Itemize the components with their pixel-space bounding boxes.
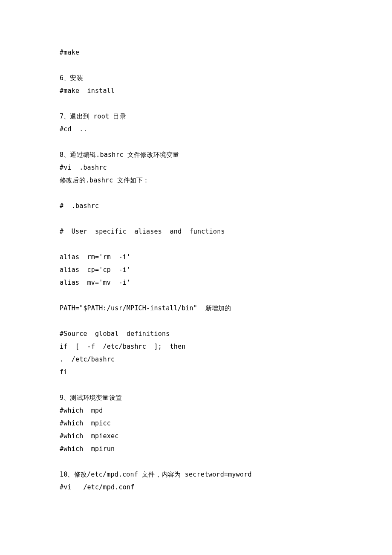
blank-line bbox=[60, 289, 332, 302]
text-line: #make bbox=[60, 46, 332, 59]
blank-line bbox=[60, 187, 332, 199]
text-line: alias rm='rm -i' bbox=[60, 251, 332, 263]
text-line: fi bbox=[60, 366, 332, 379]
text-line: #which mpd bbox=[60, 404, 332, 417]
text-line: #cd .. bbox=[60, 123, 332, 136]
text-line: 9、测试环境变量设置 bbox=[60, 391, 332, 404]
blank-line bbox=[60, 59, 332, 72]
text-line: #which mpirun bbox=[60, 442, 332, 455]
text-line: 7、退出到 root 目录 bbox=[60, 110, 332, 123]
text-line: #make install bbox=[60, 84, 332, 97]
text-line: #which mpicc bbox=[60, 417, 332, 430]
blank-line bbox=[60, 379, 332, 391]
text-line: 修改后的.bashrc 文件如下： bbox=[60, 174, 332, 187]
text-line: # User specific aliases and functions bbox=[60, 225, 332, 238]
blank-line bbox=[60, 238, 332, 251]
document-content: #make6、安装#make install7、退出到 root 目录#cd .… bbox=[0, 0, 392, 528]
text-line: #vi .bashrc bbox=[60, 161, 332, 174]
blank-line bbox=[60, 455, 332, 468]
blank-line bbox=[60, 315, 332, 327]
text-line: #Source global definitions bbox=[60, 327, 332, 340]
text-line: #vi /etc/mpd.conf bbox=[60, 481, 332, 494]
text-line: # .bashrc bbox=[60, 199, 332, 212]
text-line: #which mpiexec bbox=[60, 430, 332, 442]
blank-line bbox=[60, 136, 332, 148]
text-line: alias mv='mv -i' bbox=[60, 276, 332, 289]
text-line: 6、安装 bbox=[60, 72, 332, 84]
text-line: 10、修改/etc/mpd.conf 文件，内容为 secretword=myw… bbox=[60, 468, 332, 481]
text-line: alias cp='cp -i' bbox=[60, 263, 332, 276]
blank-line bbox=[60, 212, 332, 225]
text-body: #make6、安装#make install7、退出到 root 目录#cd .… bbox=[60, 46, 332, 494]
text-line: 8、通过编辑.bashrc 文件修改环境变量 bbox=[60, 148, 332, 161]
text-line: if [ -f /etc/bashrc ]; then bbox=[60, 340, 332, 353]
blank-line bbox=[60, 97, 332, 110]
text-line: PATH="$PATH:/usr/MPICH-install/bin" 新增加的 bbox=[60, 302, 332, 315]
text-line: . /etc/bashrc bbox=[60, 353, 332, 366]
